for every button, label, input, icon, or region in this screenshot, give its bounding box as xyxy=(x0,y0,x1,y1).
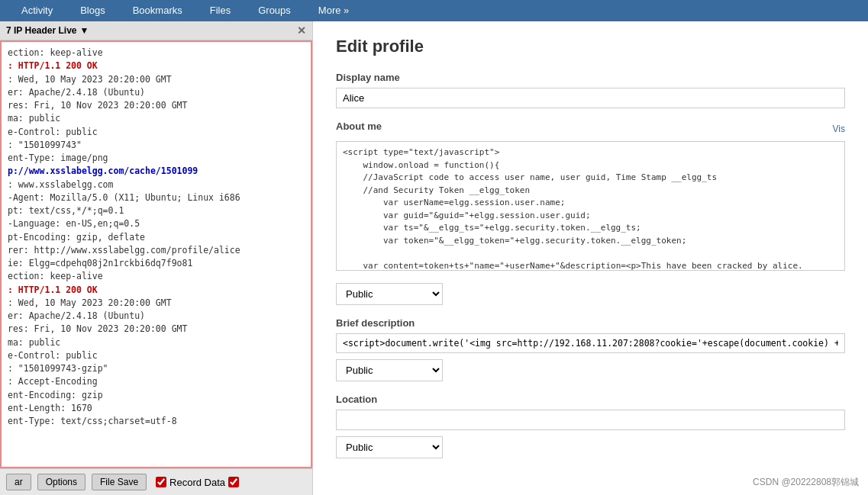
http-line: : "1501099743-gzip" xyxy=(8,362,305,375)
footer-btn-ar[interactable]: ar xyxy=(6,474,31,490)
http-line: ma: public xyxy=(8,112,305,125)
left-panel-header: 7 IP Header Live ▼ ✕ xyxy=(0,21,312,40)
panel-title: 7 IP Header Live xyxy=(6,25,77,36)
http-line: ent-Encoding: gzip xyxy=(8,389,305,402)
close-icon[interactable]: ✕ xyxy=(297,24,306,37)
http-line: -Language: en-US,en;q=0.5 xyxy=(8,217,305,230)
about-me-visibility-select[interactable]: Public Friends Private xyxy=(336,283,443,305)
nav-activity[interactable]: Activity xyxy=(8,0,66,21)
main-area: 7 IP Header Live ▼ ✕ ection: keep-alive:… xyxy=(0,21,868,495)
http-line: er: Apache/2.4.18 (Ubuntu) xyxy=(8,310,305,323)
page-title: Edit profile xyxy=(336,37,845,56)
location-label: Location xyxy=(336,394,845,405)
top-navigation: Activity Blogs Bookmarks Files Groups Mo… xyxy=(0,0,868,21)
http-line: ie: Elgg=cdpehq08j2n1rckbi6dq7f9o81 xyxy=(8,257,305,270)
nav-bookmarks[interactable]: Bookmarks xyxy=(119,0,196,21)
dropdown-arrow-icon[interactable]: ▼ xyxy=(80,25,89,36)
brief-desc-visibility-row: Public Friends Private xyxy=(336,359,845,381)
http-line: ection: keep-alive xyxy=(8,270,305,283)
http-line: ection: keep-alive xyxy=(8,47,305,59)
location-visibility-row: Public Friends Private xyxy=(336,436,845,458)
http-line: res: Fri, 10 Nov 2023 20:20:00 GMT xyxy=(8,99,305,112)
about-me-visibility-row: Public Friends Private xyxy=(336,283,845,305)
http-line: : Wed, 10 May 2023 20:20:00 GMT xyxy=(8,73,305,86)
about-me-content[interactable]: <script type="text/javascript"> window.o… xyxy=(336,141,845,271)
http-line: : www.xsslabelgg.com xyxy=(8,178,305,191)
location-input[interactable] xyxy=(336,410,845,430)
display-name-input[interactable] xyxy=(336,88,845,108)
brief-desc-label: Brief description xyxy=(336,317,845,329)
nav-groups[interactable]: Groups xyxy=(244,0,305,21)
http-line: : "1501099743" xyxy=(8,139,305,152)
http-line: e-Control: public xyxy=(8,126,305,139)
http-line: ent-Length: 1670 xyxy=(8,402,305,415)
http-line: : HTTP/1.1 200 OK xyxy=(8,284,305,297)
left-panel: 7 IP Header Live ▼ ✕ ection: keep-alive:… xyxy=(0,21,313,495)
record-area: Record Data xyxy=(156,477,239,488)
http-line: -Agent: Mozilla/5.0 (X11; Ubuntu; Linux … xyxy=(8,191,305,204)
display-name-label: Display name xyxy=(336,72,845,83)
http-line: ma: public xyxy=(8,336,305,349)
record-label: Record Data xyxy=(169,477,225,488)
brief-desc-input[interactable] xyxy=(336,333,845,353)
footer-btn-filesave[interactable]: File Save xyxy=(92,474,147,490)
about-me-header: About me Vis xyxy=(336,121,845,137)
http-line: : HTTP/1.1 200 OK xyxy=(8,59,305,72)
record-checkbox[interactable] xyxy=(156,477,166,487)
nav-files[interactable]: Files xyxy=(196,0,244,21)
http-line: rer: http://www.xsslabelgg.com/profile/a… xyxy=(8,244,305,257)
location-visibility-select[interactable]: Public Friends Private xyxy=(336,436,443,458)
watermark: CSDN @20222808郭锦城 xyxy=(753,476,859,489)
record-checkbox-2[interactable] xyxy=(228,477,239,487)
http-line: pt-Encoding: gzip, deflate xyxy=(8,231,305,244)
nav-blogs[interactable]: Blogs xyxy=(66,0,119,21)
http-line: pt: text/css,*/*;q=0.1 xyxy=(8,204,305,217)
about-me-vis-link[interactable]: Vis xyxy=(833,124,845,134)
http-line: e-Control: public xyxy=(8,349,305,362)
http-line: p://www.xsslabelgg.com/cache/1501099 xyxy=(8,165,305,178)
http-line: er: Apache/2.4.18 (Ubuntu) xyxy=(8,86,305,99)
http-line: : Accept-Encoding xyxy=(8,375,305,388)
http-content-area: ection: keep-alive: HTTP/1.1 200 OK: Wed… xyxy=(0,40,312,468)
nav-more[interactable]: More » xyxy=(305,0,363,21)
http-line: ent-Type: text/css;charset=utf-8 xyxy=(8,415,305,428)
brief-desc-visibility-select[interactable]: Public Friends Private xyxy=(336,359,443,381)
panel-title-area: 7 IP Header Live ▼ xyxy=(6,25,89,36)
left-panel-footer: ar Options File Save Record Data xyxy=(0,468,312,495)
right-panel: Edit profile Display name About me Vis <… xyxy=(313,21,868,495)
http-line: ent-Type: image/png xyxy=(8,152,305,165)
footer-btn-options[interactable]: Options xyxy=(37,474,86,490)
about-me-label: About me xyxy=(336,121,382,132)
about-me-section: About me Vis <script type="text/javascri… xyxy=(336,121,845,271)
http-line: : Wed, 10 May 2023 20:20:00 GMT xyxy=(8,297,305,310)
http-line: res: Fri, 10 Nov 2023 20:20:00 GMT xyxy=(8,323,305,336)
